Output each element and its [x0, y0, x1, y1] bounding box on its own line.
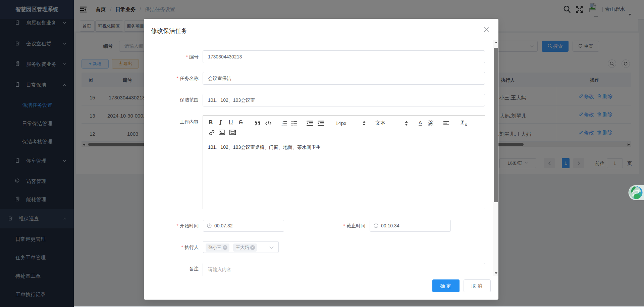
svg-text:3: 3: [281, 125, 283, 126]
